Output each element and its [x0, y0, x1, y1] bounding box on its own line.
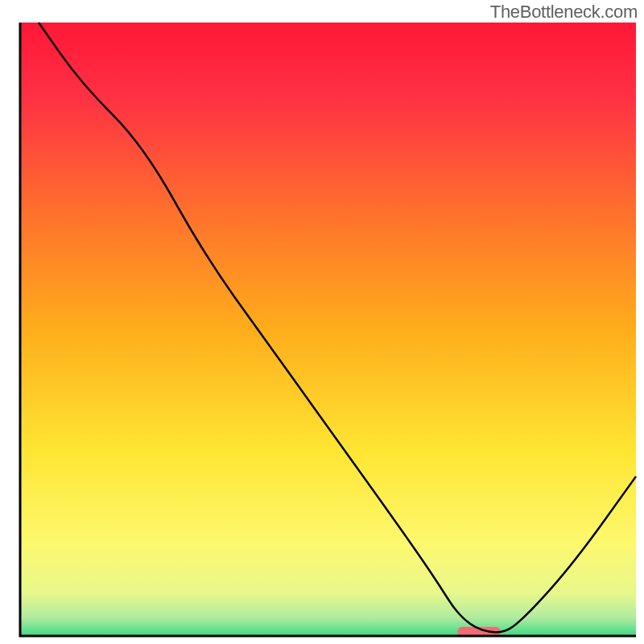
- bottleneck-chart: TheBottleneck.com: [0, 0, 644, 644]
- plot-svg: [0, 0, 644, 644]
